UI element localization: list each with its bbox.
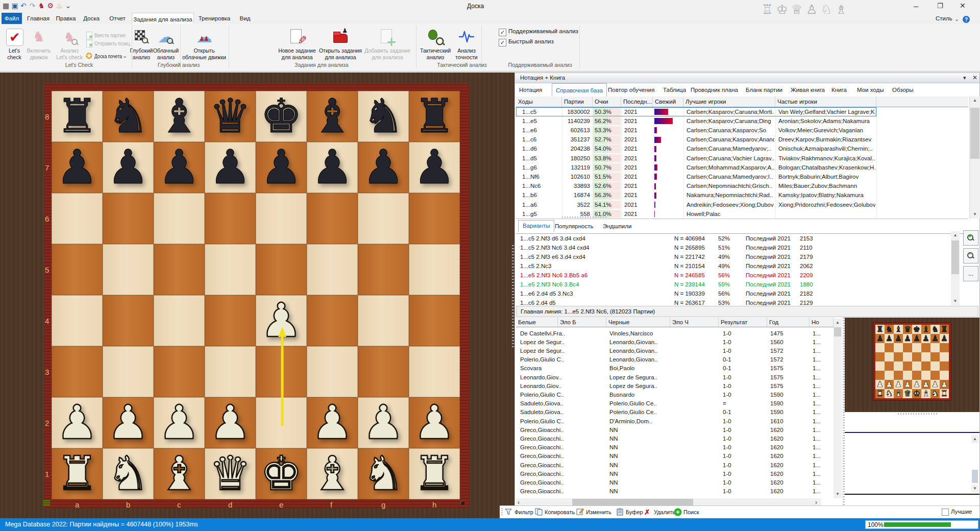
game-row[interactable]: Greco,Gioacchi..NN1-016201... xyxy=(516,488,834,496)
window-splitter[interactable] xyxy=(512,245,514,347)
black-pawn[interactable]: ♟ xyxy=(256,142,307,193)
scroll-up-icon[interactable]: ▲ xyxy=(834,319,842,327)
square-b4[interactable] xyxy=(103,295,154,346)
panel-tab-Нотация[interactable]: Нотация xyxy=(519,84,542,96)
moves-scrollbar[interactable]: ▲▼ xyxy=(969,96,980,219)
square-d4[interactable] xyxy=(205,295,256,346)
scroll-down-icon[interactable]: ▼ xyxy=(834,490,842,498)
column-header[interactable]: Ходы xyxy=(516,96,562,107)
variant-row[interactable]: 1...c5 2.Nf3 d6 3.d4 cxd4N = 40698452%По… xyxy=(516,234,950,244)
moves-table-row[interactable]: 1...Nc63389352.6%2021Carlsen;Nepomniacht… xyxy=(516,182,968,191)
chevron-down-icon[interactable]: ⌄ xyxy=(122,53,127,59)
variant-row[interactable]: 1...c5 2.Nc3N = 21015449%Последний 20212… xyxy=(516,262,950,271)
white-bishop[interactable]: ♝ xyxy=(307,448,358,499)
scroll-down-icon[interactable]: ▼ xyxy=(970,210,980,219)
scroll-thumb[interactable] xyxy=(970,108,979,159)
black-pawn[interactable]: ♟ xyxy=(307,142,358,193)
scroll-thumb[interactable] xyxy=(951,240,959,274)
white-pawn[interactable]: ♟ xyxy=(52,397,103,448)
white-queen[interactable]: ♛ xyxy=(205,448,256,499)
square-e6[interactable] xyxy=(256,193,307,244)
black-pawn[interactable]: ♟ xyxy=(205,142,256,193)
tab-Правка[interactable]: Правка xyxy=(54,13,78,24)
style-dropdown-icon[interactable]: ⌄ xyxy=(954,16,959,22)
square-f5[interactable] xyxy=(307,244,358,295)
square-e2[interactable] xyxy=(256,397,307,448)
square-f6[interactable] xyxy=(307,193,358,244)
game-row[interactable]: Greco,Gioacchi..NN1-016201... xyxy=(516,452,834,461)
scroll-down-icon[interactable]: ▼ xyxy=(951,297,960,305)
square-g5[interactable] xyxy=(358,244,409,295)
square-c5[interactable] xyxy=(154,244,205,295)
engine-red-icon[interactable]: ♞ xyxy=(38,2,45,10)
column-header[interactable]: Частые игроки xyxy=(775,96,876,107)
zoom-in-button[interactable]: + xyxy=(963,230,978,246)
square-g3[interactable] xyxy=(358,346,409,397)
column-header[interactable]: Результат xyxy=(719,318,767,327)
ribbon-button[interactable]: ♟Открыть заданиядля анализа xyxy=(317,26,363,69)
moves-table-row[interactable]: 1...e660261353.3%2021Carlsen;Caruana;Kas… xyxy=(516,126,968,135)
undo-icon[interactable]: ↶ xyxy=(20,2,27,10)
game-row[interactable]: Saduleto,Giova..Polerio,Giulio Ce..=1590… xyxy=(516,400,834,408)
white-knight[interactable]: ♞ xyxy=(103,448,154,499)
variant-row[interactable]: 1...c5 2.Nf3 Nc6 3.d4 cxd4N = 26589551%П… xyxy=(516,244,950,253)
square-g6[interactable] xyxy=(358,193,409,244)
panel-tab-Книга[interactable]: Книга xyxy=(831,84,847,96)
black-bishop[interactable]: ♝ xyxy=(154,91,205,142)
tab-Отчет[interactable]: Отчет xyxy=(105,13,130,24)
column-header[interactable]: Черные xyxy=(606,318,670,327)
ribbon-stack-item[interactable]: Отправить позицию xyxy=(85,39,130,48)
variant-row[interactable]: 1...e5 2.Nf3 Nc6 3.Bb5 a6N = 24658556%По… xyxy=(516,271,950,280)
tab-Доска[interactable]: Доска xyxy=(80,13,103,24)
scroll-up-icon[interactable]: ▲ xyxy=(951,231,960,239)
black-rook[interactable]: ♜ xyxy=(52,91,103,142)
tab-Главная[interactable]: Главная xyxy=(24,13,53,24)
white-rook[interactable]: ♜ xyxy=(52,448,103,499)
square-b3[interactable] xyxy=(103,346,154,397)
moves-table-row[interactable]: 1...Nf610261051.5%2021Carlsen;Caruana;Ma… xyxy=(516,172,968,181)
square-e3[interactable] xyxy=(256,346,307,397)
game-row[interactable]: Leonardo,Giov..Lopez de Segura..1-015751… xyxy=(516,382,834,391)
best-checkbox[interactable] xyxy=(942,509,949,516)
game-row[interactable]: Polerio,Giulio C..Leonardo,Giovan..0-115… xyxy=(516,356,834,365)
analysis-checkbox[interactable]: ✓ xyxy=(499,39,506,46)
square-c4[interactable] xyxy=(154,295,205,346)
square-d6[interactable] xyxy=(205,193,256,244)
square-a6[interactable] xyxy=(52,193,103,244)
game-row[interactable]: Greco,Gioacchi..NN1-016201... xyxy=(516,461,834,470)
moves-table-row[interactable]: 1...a6352254.1%2021Andreikin;Fedoseev;Xi… xyxy=(516,200,968,209)
column-header[interactable]: Белые xyxy=(516,318,558,327)
board-menu-icon[interactable] xyxy=(43,500,50,505)
game-row[interactable]: Lopez de Segur..Leonardo,Giovan..1-01560… xyxy=(516,338,834,347)
tab-Вид[interactable]: Вид xyxy=(236,13,254,24)
tab-Файл[interactable]: Файл xyxy=(2,13,22,24)
variant-row[interactable]: 1...e5 2.Nf3 Nc6 3.Bc4N = 23914455%После… xyxy=(516,280,950,289)
square-b5[interactable] xyxy=(103,244,154,295)
white-king[interactable]: ♚ xyxy=(256,448,307,499)
variants-scrollbar[interactable]: ▲▼ xyxy=(951,231,960,305)
hsplitter-dots[interactable] xyxy=(898,413,939,415)
panel-tab-Повтор обучения[interactable]: Повтор обучения xyxy=(608,84,655,96)
tab-Тренировка[interactable]: Тренировка xyxy=(196,13,233,24)
white-pawn[interactable]: ♟ xyxy=(256,295,307,346)
scroll-left-icon[interactable]: ‹ xyxy=(518,499,520,506)
save-icon[interactable]: ▣ xyxy=(12,2,18,10)
column-header[interactable]: Год xyxy=(767,318,810,327)
black-knight[interactable]: ♞ xyxy=(103,91,154,142)
empty-panel-scrollbar[interactable]: ▲▼ xyxy=(971,434,978,493)
scroll-up-icon[interactable]: ▲ xyxy=(970,96,980,105)
game-row[interactable]: Leonardo,Giov..Lopez de Segura..1-015751… xyxy=(516,373,834,382)
panel-tab-Бланк партии[interactable]: Бланк партии xyxy=(746,84,782,96)
toolbar-edit[interactable]: Изменить xyxy=(576,508,613,517)
moves-table-row[interactable]: 1...c635123752.7%2021Carlsen;Caruana;Kas… xyxy=(516,135,968,144)
variants-tab-Популярность[interactable]: Популярность xyxy=(555,223,593,229)
dropdown-icon[interactable]: ⌄ xyxy=(65,2,71,10)
game-row[interactable]: Polerio,Giulio C..D'Arminio,Dom..1-01610… xyxy=(516,417,834,426)
variants-tab-Эндшпили[interactable]: Эндшпили xyxy=(603,223,631,229)
zoom-out-button[interactable]: − xyxy=(963,248,978,263)
variants-tab-Варианты[interactable]: Варианты xyxy=(518,220,554,232)
square-h6[interactable] xyxy=(409,193,460,244)
game-row[interactable]: Greco,Gioacchi..NN1-016201... xyxy=(516,426,834,435)
square-d3[interactable] xyxy=(205,346,256,397)
black-pawn[interactable]: ♟ xyxy=(358,142,409,193)
